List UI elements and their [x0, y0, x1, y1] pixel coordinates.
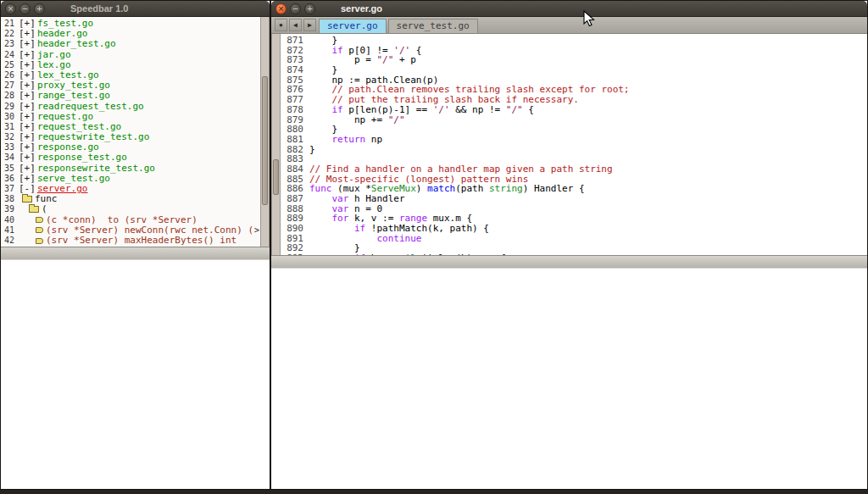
line-number: 35	[1, 164, 14, 174]
speedbar-row-file[interactable]: 21[+]fs_test.go	[1, 19, 260, 29]
line-number: 30	[1, 112, 14, 122]
expander-button[interactable]: [+]	[19, 70, 36, 80]
speedbar-row-file[interactable]: 30[+]request.go	[1, 112, 260, 122]
line-number: 29	[1, 102, 14, 112]
menu-icon[interactable]: ▪	[275, 19, 287, 31]
speedbar-row-file[interactable]: 25[+]lex.go	[1, 60, 260, 70]
maximize-button[interactable]: +	[34, 3, 45, 14]
code-line[interactable]: 879 np += "/"	[281, 115, 867, 125]
editor-scrollbar[interactable]	[271, 34, 281, 255]
speedbar-minibuffer[interactable]	[1, 259, 270, 490]
maximize-button[interactable]: +	[304, 3, 315, 14]
speedbar-row-file[interactable]: 32[+]requestwrite_test.go	[1, 132, 260, 142]
item-label[interactable]: request_test.go	[37, 122, 121, 132]
item-label[interactable]: (c *conn) to (srv *Server)	[46, 215, 198, 225]
code-line[interactable]: 882}	[281, 145, 867, 155]
expander-button[interactable]: [+]	[19, 122, 36, 132]
expander-button[interactable]: [+]	[19, 29, 36, 39]
speedbar-scrollbar[interactable]	[260, 17, 270, 247]
expander-button[interactable]: [+]	[19, 50, 36, 60]
speedbar-row-file[interactable]: 34[+]response_test.go	[1, 153, 260, 163]
editor-modeline: -:**- server.go 72% (905,8) Hg-13241 (Go…	[271, 255, 867, 268]
speedbar-row-file[interactable]: 33[+]response.go	[1, 142, 260, 153]
item-label[interactable]: lex_test.go	[37, 70, 99, 80]
editor-minibuffer[interactable]	[271, 268, 867, 490]
expander-button[interactable]: [+]	[19, 132, 36, 142]
speedbar-titlebar[interactable]: ×−+ Speedbar 1.0	[1, 1, 270, 17]
minimize-button[interactable]: −	[290, 3, 301, 14]
line-number: 884	[281, 164, 303, 175]
expander-button[interactable]: [-]	[19, 184, 36, 194]
expander-button[interactable]: [+]	[19, 164, 36, 174]
speedbar-row-tag[interactable]: 40(c *conn) to (srv *Server)	[1, 215, 260, 225]
item-label[interactable]: header_test.go	[37, 39, 116, 49]
item-label[interactable]: lex.go	[37, 60, 71, 70]
expander-button[interactable]: [+]	[19, 102, 36, 112]
expander-button[interactable]: [+]	[19, 60, 36, 70]
speedbar-row-file[interactable]: 24[+]jar.go	[1, 50, 260, 60]
item-label[interactable]: response.go	[37, 142, 99, 153]
expander-button[interactable]: [+]	[19, 153, 36, 163]
tab-serve_test.go[interactable]: serve_test.go	[388, 19, 478, 33]
expander-button[interactable]: [+]	[19, 91, 36, 101]
item-label[interactable]: responsewrite_test.go	[37, 164, 155, 174]
item-label[interactable]: response_test.go	[37, 153, 127, 163]
line-number: 26	[1, 70, 14, 80]
close-button[interactable]: ×	[275, 3, 287, 14]
speedbar-row-file[interactable]: 22[+]header.go	[1, 29, 260, 39]
speedbar-row-group[interactable]: 39(	[1, 204, 260, 214]
speedbar-row-group[interactable]: 38func	[1, 194, 260, 204]
editor-window: ×−+ server.go ▪◀▶ server.goserve_test.go…	[270, 0, 868, 490]
expander-button[interactable]: [+]	[19, 174, 36, 184]
speedbar-row-file[interactable]: 26[+]lex_test.go	[1, 70, 260, 80]
scroll-right-icon[interactable]: ▶	[303, 19, 316, 31]
scrollbar-thumb[interactable]	[262, 76, 268, 204]
speedbar-row-file[interactable]: 35[+]responsewrite_test.go	[1, 164, 260, 174]
tab-server.go[interactable]: server.go	[319, 19, 387, 33]
speedbar-row-file[interactable]: 29[+]readrequest_test.go	[1, 102, 260, 112]
code-line[interactable]: 873 p = "/" + p	[281, 55, 867, 65]
close-button[interactable]: ×	[5, 3, 16, 14]
item-label[interactable]: serve_test.go	[37, 174, 110, 184]
item-label[interactable]: range_test.go	[37, 91, 110, 101]
speedbar-row-file_sel[interactable]: 37[-]server.go	[1, 184, 260, 194]
item-label[interactable]: (	[42, 204, 47, 214]
speedbar-row-file[interactable]: 27[+]proxy_test.go	[1, 80, 260, 91]
mouse-cursor	[583, 10, 595, 27]
speedbar-row-tag[interactable]: 42(srv *Server) maxHeaderBytes() int	[1, 236, 260, 246]
tabbar-buttons: ▪◀▶	[274, 19, 317, 33]
line-number: 33	[1, 142, 14, 153]
speedbar-row-file[interactable]: 36[+]serve_test.go	[1, 174, 260, 184]
code-line[interactable]: 881 return np	[281, 135, 867, 145]
speedbar-window-title: Speedbar 1.0	[70, 3, 128, 14]
item-label[interactable]: server.go	[37, 184, 88, 194]
expander-button[interactable]: [+]	[19, 80, 36, 91]
code-line[interactable]: 891 continue	[281, 234, 867, 244]
item-label[interactable]: proxy_test.go	[37, 80, 110, 91]
scrollbar-thumb[interactable]	[273, 159, 279, 195]
speedbar-row-tag[interactable]: 41(srv *Server) newConn(rwc net.Conn) (>	[1, 225, 260, 236]
editor-titlebar[interactable]: ×−+ server.go	[271, 1, 867, 17]
expander-button[interactable]: [+]	[19, 142, 36, 153]
item-label[interactable]: func	[35, 194, 58, 204]
tag-icon	[36, 217, 43, 223]
expander-button[interactable]: [+]	[19, 112, 36, 122]
expander-button[interactable]: [+]	[19, 19, 36, 29]
minimize-button[interactable]: −	[19, 3, 31, 14]
item-label[interactable]: readrequest_test.go	[37, 102, 144, 112]
speedbar-row-file[interactable]: 31[+]request_test.go	[1, 122, 260, 132]
item-label[interactable]: header.go	[37, 29, 88, 39]
item-label[interactable]: jar.go	[37, 50, 71, 60]
line-number: 39	[1, 204, 14, 214]
code-line[interactable]: 893 if h == nil || len(k) > n {	[281, 253, 867, 254]
item-label[interactable]: request.go	[37, 112, 93, 122]
code-area[interactable]: Handlefunc(pattern string, handler Handl…	[281, 34, 867, 255]
scroll-left-icon[interactable]: ◀	[289, 19, 302, 31]
item-label[interactable]: (srv *Server) newConn(rwc net.Conn) (	[46, 225, 253, 236]
speedbar-row-file[interactable]: 23[+]header_test.go	[1, 39, 260, 49]
item-label[interactable]: requestwrite_test.go	[37, 132, 149, 142]
expander-button[interactable]: [+]	[19, 39, 36, 49]
item-label[interactable]: (srv *Server) maxHeaderBytes() int	[46, 236, 236, 246]
speedbar-row-file[interactable]: 28[+]range_test.go	[1, 91, 260, 101]
item-label[interactable]: fs_test.go	[37, 19, 93, 29]
